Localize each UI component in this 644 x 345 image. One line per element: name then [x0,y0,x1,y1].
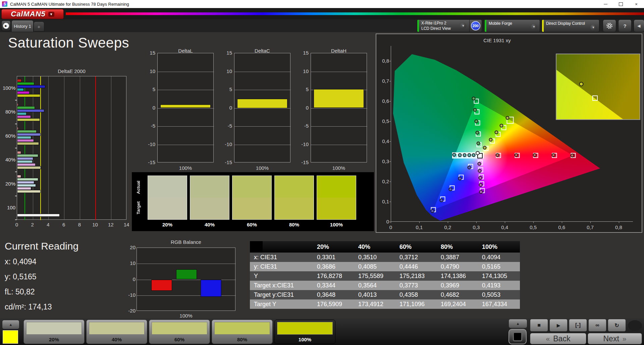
deltae-bar-green [17,154,38,157]
collapse-pattern-bar-button[interactable]: ▲ [2,320,19,329]
gridline [311,126,367,127]
row-label: Target x:CIE31 [250,282,314,289]
source-dropdown[interactable]: Mobile Forge ▼ [484,19,540,32]
delta-h-chart: DeltaH151050-5-10-15100% [286,48,370,170]
measured-point-red [552,153,555,157]
gridline [158,126,214,127]
measured-point-blue [458,177,462,181]
meter-dropdown[interactable]: X-Rite i1Pro 2 LCD Direct View ▼ 200 [417,19,482,32]
deltae-bar-cyan [17,136,31,139]
stop-button[interactable]: ■ [530,319,548,332]
gridline [234,126,291,127]
group-tick [15,100,17,100]
x-tick-label: 10 [90,222,100,227]
pattern-button-40%[interactable]: 40% [86,320,147,344]
delta-c-chart: DeltaC151050-5-10-15100% [209,48,293,170]
x-tick-label: 0,3 [470,224,483,230]
x-tick-label: 0,7 [584,224,597,230]
reading-fL: fL: 50,82 [5,287,35,296]
loop-button[interactable]: ↻ [608,319,626,332]
x-tick [619,222,619,223]
table-cell: 175,2183 [396,273,437,280]
table-cell: 174,1305 [479,273,520,280]
group-tick [15,148,17,148]
help-button[interactable]: ? [618,19,632,32]
group-label: 100 [3,205,15,210]
deltae-bar-green [17,106,35,109]
meter-line2: LCD Direct View [421,26,451,31]
cie-1931-panel: CIE 1931 xy 00,10,20,30,40,50,60,70,800,… [376,33,642,233]
deltae-2000-chart: DeltaE 200002468101214100%80%60%40%20%10… [3,68,132,231]
pattern-window-button[interactable] [508,329,527,344]
deltae-bar-yellow [17,166,41,169]
y-tick [389,81,391,81]
next-button[interactable]: Next » [588,333,642,344]
deltae-bar-cyan [17,112,26,115]
table-cell: 0,5165 [479,263,520,270]
continuous-button[interactable]: ∞ [588,319,606,332]
disabled-slot [628,320,642,331]
y-tick-label: -5 [294,123,309,129]
gridline [137,264,236,264]
pattern-button-60%[interactable]: 60% [149,320,210,344]
cie-chart-title: CIE 1931 xy [460,38,534,43]
deltae-bar-cyan [17,184,36,187]
row-label: Target y:CIE31 [250,291,314,298]
maximize-button[interactable] [613,0,629,8]
delta_h-bar [314,89,364,108]
measured-point-blue [440,198,443,202]
y-tick [389,141,391,142]
gear-icon [606,22,613,29]
tab-history-1[interactable]: History 1 [11,20,34,32]
calman-menu-button[interactable]: CalMAN5 ▼ [1,9,64,19]
measured-point-magenta [478,169,482,172]
layout-nav-button[interactable]: ▶ [1,20,11,31]
x-tick-label: 0,5 [527,224,540,230]
y-tick-label: 10 [294,68,309,74]
chart-title: RGB Balance [137,239,235,245]
pattern-button-20%[interactable]: 20% [23,320,85,344]
table-cell: 173,4912 [355,301,396,308]
measured-point-red [514,153,518,157]
minimize-button[interactable] [598,0,613,8]
settings-button[interactable] [603,19,616,32]
y-tick-label: 10 [217,68,232,74]
table-cell: 0,3564 [355,282,396,289]
square-icon [513,332,522,341]
gridline [64,76,64,220]
deltae-bar-red [17,103,18,106]
collapse-transport-button[interactable]: ▲ [508,319,527,328]
table-cell: 0,3648 [314,291,355,298]
rgb-plot-area [137,248,235,311]
y-tick-label: 20 [121,245,136,250]
measured-point-blue [468,166,471,169]
y-tick-label: 0 [294,105,309,111]
play-button[interactable]: ▶ [549,319,568,332]
close-button[interactable]: × [629,0,644,8]
pattern-swatch [214,322,270,335]
target-swatch [232,198,271,219]
meter-badge: 200 [471,21,480,30]
range-button[interactable]: [-] [569,319,587,332]
collapse-toolbar-button[interactable]: ◀ [634,19,644,32]
measured-point-cyan [458,153,462,157]
gridline [234,145,291,145]
row-label: y: CIE31 [250,263,314,270]
maximize-icon [619,2,623,6]
next-label: Next [603,334,619,343]
pattern-button-80%[interactable]: 80% [212,320,273,344]
cie-zoom-inset [556,54,640,120]
table-cell: 0,4358 [396,291,437,298]
swatch-100% [317,176,356,220]
display-control-dropdown[interactable]: Direct Display Control ▼ [542,19,599,32]
delta-l-chart: DeltaL151050-5-10-15100% [132,48,216,170]
deltae-bar-green [17,178,38,181]
pattern-button-100%[interactable]: 100% [274,320,335,344]
table-cell: 0,4193 [479,282,520,289]
measured-point-cyan [463,153,466,157]
back-button[interactable]: « Back [530,333,586,344]
add-tab-button[interactable]: + [34,21,44,31]
measured-point-red [495,153,499,157]
deltae-bar-magenta [17,163,36,166]
gridline [311,108,367,109]
